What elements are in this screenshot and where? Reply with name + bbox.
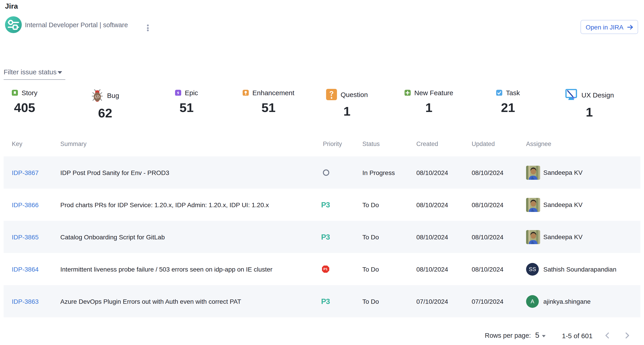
issue-count-new-feature: New Feature1 — [404, 89, 453, 115]
pagination: Rows per page: 5 1-5 of 601 — [0, 328, 640, 344]
issue-type-count: 1 — [565, 105, 614, 120]
issue-summary: Azure DevOps Plugin Errors out with Auth… — [60, 298, 241, 305]
issue-status: To Do — [362, 298, 379, 305]
issue-key-link[interactable]: IDP-3863 — [12, 298, 38, 305]
issue-type-count: 405 — [12, 101, 38, 115]
issue-count-task: Task21 — [496, 89, 520, 115]
priority-none-icon — [323, 169, 329, 176]
issue-count-question: ?Question1 — [326, 89, 368, 119]
assignee-avatar — [526, 230, 540, 244]
issue-row-IDP-3865: IDP-3865Catalog Onboarding Script for Gi… — [4, 221, 640, 253]
issue-type-label: New Feature — [414, 89, 453, 97]
rows-per-page-label: Rows per page: — [485, 332, 531, 339]
priority-p3-icon: P3 — [321, 200, 330, 209]
issue-created-date: 08/10/2024 — [416, 169, 448, 176]
rows-per-page-select[interactable]: 5 — [535, 331, 546, 340]
new-feature-icon — [404, 90, 411, 96]
assignee-avatar — [526, 198, 540, 212]
issue-type-count: 21 — [496, 101, 520, 115]
issue-type-count: 1 — [404, 101, 453, 115]
issue-count-ux-design: UX Design1 — [565, 89, 614, 120]
issue-count-story: Story405 — [12, 89, 38, 115]
column-header-created: Created — [416, 141, 438, 147]
column-header-priority: Priority — [323, 141, 342, 147]
rows-per-page-value: 5 — [535, 331, 539, 340]
issue-summary: IDP Post Prod Sanity for Env - PROD3 — [60, 169, 169, 176]
enhancement-icon — [243, 90, 249, 96]
page-title: Jira — [5, 2, 18, 10]
priority-p3-icon: P3 — [321, 297, 330, 306]
pagination-range: 1-5 of 601 — [562, 332, 592, 340]
issue-row-IDP-3864: IDP-3864Intermittent liveness probe fail… — [4, 253, 640, 285]
issue-row-IDP-3863: IDP-3863Azure DevOps Plugin Errors out w… — [4, 285, 640, 317]
issue-status: To Do — [362, 266, 379, 273]
issue-type-count: 51 — [175, 101, 198, 115]
next-page-button[interactable] — [623, 331, 632, 340]
assignee-name: Sandeepa KV — [543, 233, 582, 241]
issue-summary: Intermittent liveness probe failure / 50… — [60, 266, 272, 273]
kebab-menu-icon[interactable] — [145, 24, 150, 31]
issue-key-link[interactable]: IDP-3865 — [12, 233, 38, 241]
chevron-down-icon — [542, 335, 546, 337]
issue-type-label: Story — [22, 89, 38, 97]
task-icon — [496, 90, 502, 96]
issue-type-label: UX Design — [582, 91, 614, 99]
column-header-updated: Updated — [472, 141, 495, 147]
question-icon: ? — [326, 89, 337, 100]
filter-issue-status-label: Filter issue status — [4, 68, 56, 76]
assignee-avatar — [526, 165, 540, 180]
filter-underline — [4, 79, 65, 80]
issue-type-count: 1 — [326, 104, 368, 119]
ux-design-icon — [565, 89, 578, 101]
issue-created-date: 08/10/2024 — [416, 266, 448, 273]
issues-table: Key Summary Priority Status Created Upda… — [4, 136, 640, 317]
filter-issue-status-select[interactable]: Filter issue status — [4, 68, 62, 76]
issue-summary: Catalog Onboarding Script for GitLab — [60, 233, 165, 241]
issue-count-enhancement: Enhancement51 — [243, 89, 294, 115]
entity-title: Internal Developer Portal | software — [25, 21, 128, 28]
issue-updated-date: 07/10/2024 — [472, 298, 504, 305]
issue-type-label: Question — [340, 91, 368, 98]
issue-count-epic: Epic51 — [175, 89, 198, 115]
issue-key-link[interactable]: IDP-3867 — [12, 169, 38, 176]
issue-type-count: 51 — [243, 101, 294, 115]
svg-text:?: ? — [329, 89, 334, 98]
issue-key-link[interactable]: IDP-3866 — [12, 201, 38, 208]
story-icon — [12, 90, 18, 96]
issue-updated-date: 08/10/2024 — [472, 201, 504, 208]
issue-created-date: 07/10/2024 — [416, 298, 448, 305]
issue-status: In Progress — [362, 169, 395, 176]
issue-updated-date: 08/10/2024 — [472, 266, 504, 273]
issue-type-label: Epic — [185, 89, 198, 97]
issue-key-link[interactable]: IDP-3864 — [12, 266, 38, 273]
issue-type-count: 62 — [91, 106, 119, 121]
issue-row-IDP-3867: IDP-3867IDP Post Prod Sanity for Env - P… — [4, 156, 640, 189]
priority-p3-icon: P3 — [321, 233, 330, 241]
issue-created-date: 08/10/2024 — [416, 233, 448, 241]
assignee-name: Sandeepa KV — [543, 201, 582, 208]
priority-p1-icon: P1 — [322, 266, 329, 273]
column-header-status: Status — [362, 141, 380, 147]
issue-created-date: 08/10/2024 — [416, 201, 448, 208]
open-in-jira-label: Open in JIRA — [586, 23, 624, 30]
app-logo-icon — [5, 16, 22, 33]
issue-summary: Prod charts PRs for IDP Service: 1.20.x,… — [60, 201, 269, 208]
assignee-avatar: A — [526, 295, 539, 308]
issue-updated-date: 08/10/2024 — [472, 233, 504, 241]
assignee-name: ajinkya.shingane — [543, 298, 591, 305]
issue-status: To Do — [362, 233, 379, 241]
table-body: IDP-3867IDP Post Prod Sanity for Env - P… — [4, 156, 640, 317]
issue-row-IDP-3866: IDP-3866Prod charts PRs for IDP Service:… — [4, 189, 640, 221]
issue-count-bug: Bug62 — [91, 89, 119, 121]
open-in-jira-button[interactable]: Open in JIRA — [580, 20, 638, 34]
previous-page-button[interactable] — [603, 331, 612, 340]
assignee-avatar: SS — [526, 263, 539, 275]
issue-type-label: Enhancement — [252, 89, 294, 97]
column-header-summary: Summary — [60, 141, 86, 147]
chevron-down-icon — [57, 71, 62, 74]
assignee-name: Sathish Soundarapandian — [543, 266, 616, 273]
issue-type-label: Task — [506, 89, 520, 97]
issue-updated-date: 08/10/2024 — [472, 169, 504, 176]
issue-type-label: Bug — [107, 92, 119, 99]
jira-plugin-card: Jira Internal Developer Portal | softwar… — [0, 0, 644, 345]
